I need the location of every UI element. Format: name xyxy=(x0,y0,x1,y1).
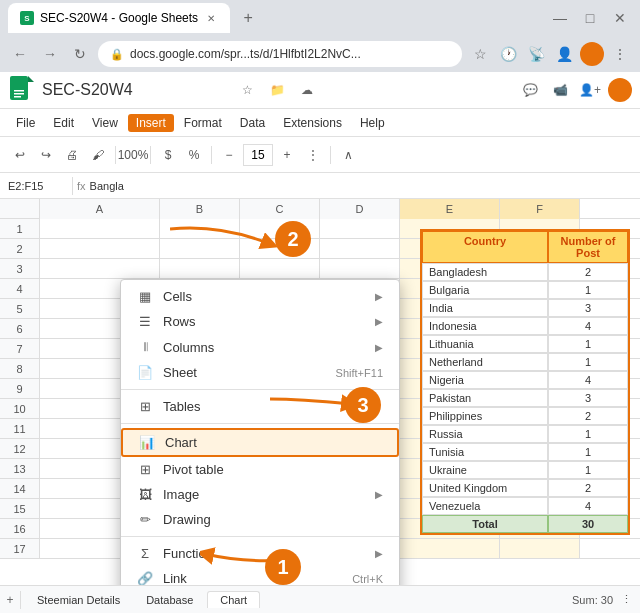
sheets-title: SEC-S20W4 xyxy=(42,81,229,99)
menu-view[interactable]: View xyxy=(84,114,126,132)
more-button[interactable]: ⋮ xyxy=(608,42,632,66)
tab-chart[interactable]: Chart xyxy=(207,591,260,608)
sheet-cell[interactable] xyxy=(40,259,160,278)
font-decrease[interactable]: − xyxy=(217,143,241,167)
zoom-button[interactable]: 100% xyxy=(121,143,145,167)
row-number: 7 xyxy=(0,339,40,358)
forward-button[interactable]: → xyxy=(38,42,62,66)
share-button[interactable]: 👤+ xyxy=(578,78,602,102)
undo-button[interactable]: ↩ xyxy=(8,143,32,167)
link-label: Link xyxy=(163,571,187,585)
menu-help[interactable]: Help xyxy=(352,114,393,132)
tab-database[interactable]: Database xyxy=(134,592,205,608)
menu-item-sheet[interactable]: 📄 Sheet Shift+F11 xyxy=(121,360,399,385)
menu-item-columns[interactable]: ⦀ Columns ▶ xyxy=(121,334,399,360)
tab-title: SEC-S20W4 - Google Sheets xyxy=(40,11,198,25)
sheet-cell[interactable] xyxy=(40,219,160,238)
history-button[interactable]: 🕐 xyxy=(496,42,520,66)
sheets-app: SEC-S20W4 ☆ 📁 ☁ 💬 📹 👤+ File Edit View In… xyxy=(0,72,640,613)
user-avatar[interactable] xyxy=(608,78,632,102)
toolbar-sep-2 xyxy=(150,146,151,164)
row-number: 13 xyxy=(0,459,40,478)
menu-item-chart[interactable]: 📊 Chart xyxy=(121,428,399,457)
sheet-cell[interactable] xyxy=(400,539,500,558)
posts-cell: 1 xyxy=(548,335,628,353)
country-cell: Lithuania xyxy=(422,335,548,353)
add-sheet-button[interactable]: + xyxy=(0,590,20,610)
table-row: Russia1 xyxy=(422,425,628,443)
font-size-input[interactable] xyxy=(243,144,273,166)
menu-extensions[interactable]: Extensions xyxy=(275,114,350,132)
minimize-button[interactable]: — xyxy=(548,6,572,30)
tab-close-button[interactable]: ✕ xyxy=(204,11,218,25)
collapse-toolbar-button[interactable]: ∧ xyxy=(336,143,360,167)
browser-tab[interactable]: S SEC-S20W4 - Google Sheets ✕ xyxy=(8,3,230,33)
table-row: Indonesia4 xyxy=(422,317,628,335)
more-formats-button[interactable]: ⋮ xyxy=(301,143,325,167)
cells-label: Cells xyxy=(163,289,192,304)
rows-icon: ☰ xyxy=(137,314,153,329)
currency-button[interactable]: $ xyxy=(156,143,180,167)
svg-rect-1 xyxy=(14,90,24,92)
formula-bar-separator xyxy=(72,177,73,195)
comments-button[interactable]: 💬 xyxy=(518,78,542,102)
table-row: Venezuela4 xyxy=(422,497,628,515)
row-number: 17 xyxy=(0,539,40,558)
percent-button[interactable]: % xyxy=(182,143,206,167)
paint-format-button[interactable]: 🖌 xyxy=(86,143,110,167)
star-button[interactable]: ☆ xyxy=(235,78,259,102)
move-button[interactable]: 📁 xyxy=(265,78,289,102)
menu-format[interactable]: Format xyxy=(176,114,230,132)
image-icon: 🖼 xyxy=(137,487,153,502)
cast-button[interactable]: 📡 xyxy=(524,42,548,66)
menu-item-pivot[interactable]: ⊞ Pivot table xyxy=(121,457,399,482)
country-cell: Philippines xyxy=(422,407,548,425)
profile-avatar[interactable] xyxy=(580,42,604,66)
row-number: 9 xyxy=(0,379,40,398)
row-number: 15 xyxy=(0,499,40,518)
col-header-c: C xyxy=(240,199,320,219)
sheet-cell[interactable] xyxy=(320,239,400,258)
sheet-cell[interactable] xyxy=(320,259,400,278)
columns-arrow: ▶ xyxy=(375,342,383,353)
row-number: 2 xyxy=(0,239,40,258)
reload-button[interactable]: ↻ xyxy=(68,42,92,66)
close-window-button[interactable]: ✕ xyxy=(608,6,632,30)
formula-content[interactable]: Bangla xyxy=(90,180,632,192)
profile-switch-button[interactable]: 👤 xyxy=(552,42,576,66)
row-number: 3 xyxy=(0,259,40,278)
rows-label: Rows xyxy=(163,314,196,329)
maximize-button[interactable]: □ xyxy=(578,6,602,30)
formula-bar: E2:F15 fx Bangla xyxy=(0,173,640,199)
row-number: 1 xyxy=(0,219,40,238)
cell-reference[interactable]: E2:F15 xyxy=(8,180,68,192)
menu-item-image[interactable]: 🖼 Image ▶ xyxy=(121,482,399,507)
country-cell: Venezuela xyxy=(422,497,548,515)
menu-item-cells[interactable]: ▦ Cells ▶ xyxy=(121,284,399,309)
bookmark-button[interactable]: ☆ xyxy=(468,42,492,66)
menu-item-rows[interactable]: ☰ Rows ▶ xyxy=(121,309,399,334)
posts-cell: 1 xyxy=(548,281,628,299)
menu-data[interactable]: Data xyxy=(232,114,273,132)
meet-button[interactable]: 📹 xyxy=(548,78,572,102)
new-tab-button[interactable]: + xyxy=(236,6,260,30)
menu-insert[interactable]: Insert xyxy=(128,114,174,132)
address-bar: ← → ↻ 🔒 docs.google.com/spr...ts/d/1Hlfb… xyxy=(0,36,640,72)
table-row: United Kingdom2 xyxy=(422,479,628,497)
print-button[interactable]: 🖨 xyxy=(60,143,84,167)
redo-button[interactable]: ↪ xyxy=(34,143,58,167)
row-number: 5 xyxy=(0,299,40,318)
function-arrow: ▶ xyxy=(375,548,383,559)
menu-file[interactable]: File xyxy=(8,114,43,132)
tab-steemian-details[interactable]: Steemian Details xyxy=(25,592,132,608)
sheet-cell[interactable] xyxy=(320,219,400,238)
country-cell: Bangladesh xyxy=(422,263,548,281)
menu-edit[interactable]: Edit xyxy=(45,114,82,132)
url-input[interactable]: 🔒 docs.google.com/spr...ts/d/1HlfbtI2L2N… xyxy=(98,41,462,67)
sheet-cell[interactable] xyxy=(500,539,580,558)
svg-rect-2 xyxy=(14,93,24,95)
back-button[interactable]: ← xyxy=(8,42,32,66)
sheet-cell[interactable] xyxy=(40,239,160,258)
font-increase[interactable]: + xyxy=(275,143,299,167)
cloud-button[interactable]: ☁ xyxy=(295,78,319,102)
